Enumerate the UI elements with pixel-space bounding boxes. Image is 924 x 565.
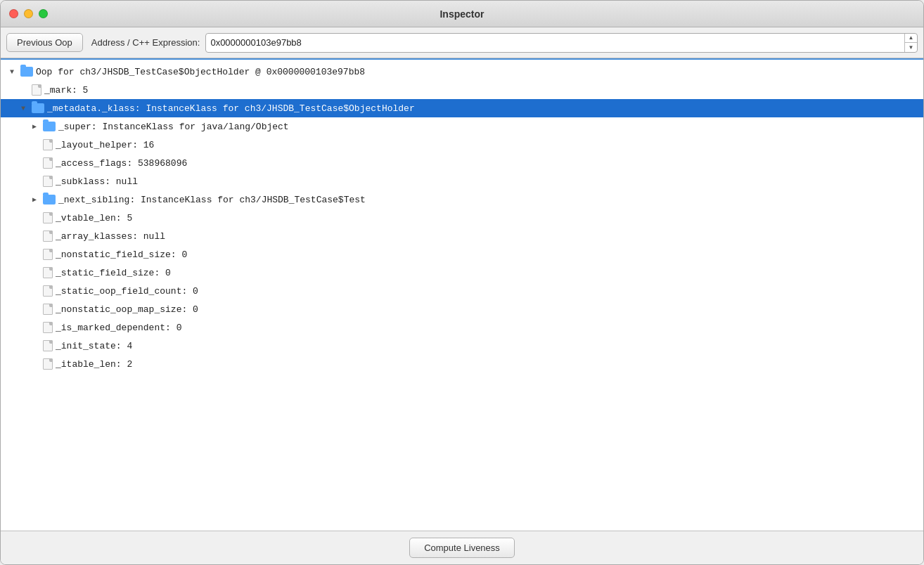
tree-row[interactable]: ▶_nonstatic_field_size: 0	[1, 245, 923, 264]
address-input[interactable]	[206, 37, 904, 48]
previous-oop-button[interactable]: Previous Oop	[6, 33, 83, 52]
bottom-bar: Compute Liveness	[1, 531, 923, 564]
address-stepper: ▲ ▼	[904, 34, 917, 52]
row-text: _itable_len: 2	[56, 359, 132, 370]
root-label: Oop for ch3/JHSDB_TestCase$ObjectHolder …	[36, 67, 365, 77]
expand-toggle[interactable]: ▶	[29, 121, 40, 132]
row-text: _static_field_size: 0	[56, 268, 171, 278]
stepper-down-button[interactable]: ▼	[905, 43, 917, 52]
tree-row[interactable]: ▶_nonstatic_oop_map_size: 0	[1, 300, 923, 318]
file-icon	[43, 157, 53, 169]
file-icon	[43, 358, 53, 370]
row-text: _metadata._klass: InstanceKlass for ch3/…	[47, 103, 415, 114]
tree-row[interactable]: ▶_init_state: 4	[1, 337, 923, 355]
file-icon	[43, 176, 53, 187]
close-button[interactable]	[9, 9, 18, 18]
row-text: _subklass: null	[56, 176, 138, 187]
tree-row[interactable]: ▶_super: InstanceKlass for java/lang/Obj…	[1, 117, 923, 136]
inspector-window: Inspector Previous Oop Address / C++ Exp…	[0, 0, 924, 565]
file-icon	[43, 340, 53, 351]
folder-icon	[32, 103, 44, 113]
compute-liveness-button[interactable]: Compute Liveness	[409, 538, 515, 558]
tree-row[interactable]: ▶_access_flags: 538968096	[1, 154, 923, 172]
tree-row[interactable]: ▶_itable_len: 2	[1, 355, 923, 373]
row-text: _access_flags: 538968096	[56, 158, 187, 169]
file-icon	[43, 322, 53, 333]
stepper-up-button[interactable]: ▲	[905, 34, 917, 44]
root-expand-toggle[interactable]: ▼	[6, 66, 18, 77]
tree-items: ▶_mark: 5▼_metadata._klass: InstanceKlas…	[1, 81, 923, 373]
row-text: _vtable_len: 5	[56, 213, 132, 223]
window-title: Inspector	[439, 8, 484, 20]
row-text: _next_sibling: InstanceKlass for ch3/JHS…	[58, 195, 366, 205]
tree-root-row[interactable]: ▼ Oop for ch3/JHSDB_TestCase$ObjectHolde…	[1, 63, 923, 81]
tree-row[interactable]: ▶_mark: 5	[1, 81, 923, 99]
minimize-button[interactable]	[24, 9, 33, 18]
row-text: _init_state: 4	[56, 341, 132, 351]
file-icon	[43, 212, 53, 223]
row-text: _super: InstanceKlass for java/lang/Obje…	[58, 122, 289, 132]
tree-container: ▼ Oop for ch3/JHSDB_TestCase$ObjectHolde…	[1, 60, 923, 376]
root-folder-icon	[20, 67, 33, 77]
tree-row[interactable]: ▶_array_klasses: null	[1, 227, 923, 245]
tree-row[interactable]: ▶_static_oop_field_count: 0	[1, 282, 923, 300]
tree-row[interactable]: ▼_metadata._klass: InstanceKlass for ch3…	[1, 99, 923, 117]
file-icon	[43, 139, 53, 150]
file-icon	[32, 84, 41, 96]
window-controls	[9, 9, 48, 18]
row-text: _nonstatic_oop_map_size: 0	[56, 304, 198, 315]
toolbar: Previous Oop Address / C++ Expression: ▲…	[1, 27, 923, 58]
maximize-button[interactable]	[39, 9, 48, 18]
tree-row[interactable]: ▶_is_marked_dependent: 0	[1, 318, 923, 337]
row-text: _static_oop_field_count: 0	[56, 286, 198, 297]
address-input-wrapper: ▲ ▼	[205, 33, 918, 53]
tree-row[interactable]: ▶_static_field_size: 0	[1, 264, 923, 282]
row-text: _is_marked_dependent: 0	[56, 323, 181, 333]
file-icon	[43, 230, 53, 242]
row-text: _array_klasses: null	[56, 231, 165, 242]
row-text: _layout_helper: 16	[56, 140, 154, 150]
file-icon	[43, 267, 53, 278]
folder-icon	[43, 122, 56, 131]
tree-row[interactable]: ▶_subklass: null	[1, 172, 923, 190]
tree-row[interactable]: ▶_next_sibling: InstanceKlass for ch3/JH…	[1, 190, 923, 209]
file-icon	[43, 304, 53, 315]
expand-toggle[interactable]: ▼	[18, 103, 29, 114]
row-text: _mark: 5	[44, 85, 88, 96]
expand-toggle[interactable]: ▶	[29, 194, 40, 205]
folder-icon	[43, 195, 56, 204]
address-label: Address / C++ Expression:	[91, 37, 200, 48]
row-text: _nonstatic_field_size: 0	[56, 249, 187, 260]
tree-row[interactable]: ▶_layout_helper: 16	[1, 136, 923, 154]
content-area[interactable]: ▼ Oop for ch3/JHSDB_TestCase$ObjectHolde…	[1, 60, 923, 531]
file-icon	[43, 249, 53, 260]
title-bar: Inspector	[1, 1, 923, 27]
tree-row[interactable]: ▶_vtable_len: 5	[1, 209, 923, 227]
file-icon	[43, 285, 53, 297]
